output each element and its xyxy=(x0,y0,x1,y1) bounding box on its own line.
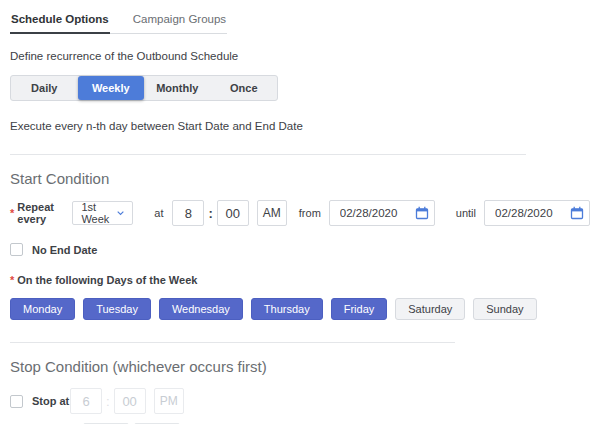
recurrence-hint: Execute every n-th day between Start Dat… xyxy=(10,120,590,132)
start-minute-input[interactable] xyxy=(217,200,249,226)
stop-at-checkbox-wrap: Stop at xyxy=(10,395,70,408)
day-button-sunday[interactable]: Sunday xyxy=(473,298,536,320)
divider xyxy=(10,342,455,343)
stop-meridiem-toggle xyxy=(154,388,184,414)
tab-schedule-options[interactable]: Schedule Options xyxy=(10,7,110,34)
at-label: at xyxy=(154,207,163,219)
stop-at-label: Stop at xyxy=(32,395,69,407)
recurrence-description: Define recurrence of the Outbound Schedu… xyxy=(10,50,590,62)
no-end-date-label: No End Date xyxy=(32,244,97,256)
start-condition-title: Start Condition xyxy=(10,170,590,187)
until-label: until xyxy=(456,207,476,219)
from-date-field xyxy=(329,200,435,226)
recurrence-option-weekly[interactable]: Weekly xyxy=(78,76,145,100)
days-of-week-label: * On the following Days of the Week xyxy=(10,274,197,286)
time-separator: : xyxy=(106,394,110,409)
stop-at-row: Stop at : xyxy=(10,388,590,414)
required-asterisk: * xyxy=(10,207,14,219)
repeat-every-label: * Repeat every xyxy=(10,201,62,225)
recurrence-option-monthly[interactable]: Monthly xyxy=(144,76,211,100)
recurrence-segmented-control: Daily Weekly Monthly Once xyxy=(10,75,278,101)
calendar-icon[interactable] xyxy=(415,206,429,220)
day-button-tuesday[interactable]: Tuesday xyxy=(83,298,151,320)
start-meridiem-toggle[interactable] xyxy=(257,200,287,226)
stop-minute-input xyxy=(114,388,146,414)
until-date-field xyxy=(484,200,590,226)
day-button-thursday[interactable]: Thursday xyxy=(251,298,323,320)
day-button-monday[interactable]: Monday xyxy=(10,298,75,320)
calendar-icon[interactable] xyxy=(570,206,584,220)
no-end-date-checkbox[interactable] xyxy=(10,243,23,256)
required-asterisk: * xyxy=(10,274,14,286)
divider xyxy=(10,154,526,155)
schedule-options-panel: Schedule Options Campaign Groups Define … xyxy=(0,0,600,424)
tab-campaign-groups[interactable]: Campaign Groups xyxy=(132,7,227,33)
tab-bar: Schedule Options Campaign Groups xyxy=(10,7,227,34)
from-label: from xyxy=(299,207,321,219)
chevron-down-icon xyxy=(117,210,124,216)
start-condition-row: * Repeat every 1st Week at : from until xyxy=(10,200,590,226)
recurrence-option-once[interactable]: Once xyxy=(211,76,278,100)
stop-hour-input xyxy=(70,388,102,414)
days-of-week-group: Monday Tuesday Wednesday Thursday Friday… xyxy=(10,298,590,320)
time-separator: : xyxy=(208,206,212,221)
stop-at-checkbox[interactable] xyxy=(10,395,23,408)
start-hour-input[interactable] xyxy=(172,200,204,226)
repeat-every-select[interactable]: 1st Week xyxy=(72,201,133,225)
day-button-wednesday[interactable]: Wednesday xyxy=(159,298,243,320)
repeat-every-value: 1st Week xyxy=(81,201,117,225)
recurrence-option-daily[interactable]: Daily xyxy=(11,76,78,100)
day-button-saturday[interactable]: Saturday xyxy=(395,298,465,320)
stop-condition-title: Stop Condition (whichever occurs first) xyxy=(10,358,590,375)
no-end-date-row: No End Date xyxy=(10,243,590,256)
day-button-friday[interactable]: Friday xyxy=(331,298,388,320)
